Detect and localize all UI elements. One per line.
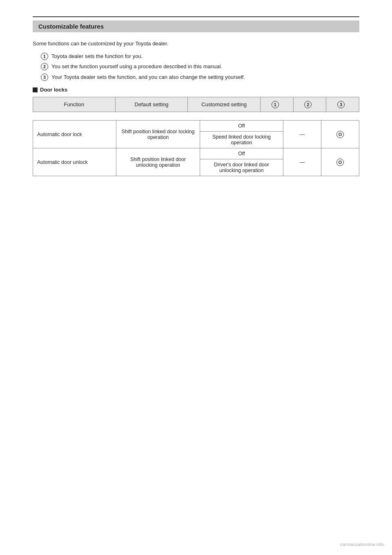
black-square-icon xyxy=(33,87,38,92)
circle-3: 3 xyxy=(41,74,48,81)
header-circle-3: 3 xyxy=(337,101,345,108)
circle-2: 2 xyxy=(41,63,48,70)
page-container: Customizable features Some functions can… xyxy=(0,0,392,555)
opt-speed-lock: Speed linked door locking operation xyxy=(200,132,283,148)
list-item-3-text: Your Toyota dealer sets the function, an… xyxy=(51,73,245,81)
sub-heading: Door locks xyxy=(33,87,359,93)
intro-text: Some functions can be customized by your… xyxy=(33,40,359,48)
opt-off-lock: Off xyxy=(200,121,283,132)
circle-o-auto-unlock: O xyxy=(336,159,344,166)
table-row: Automatic door lock Shift position linke… xyxy=(33,121,359,132)
dash-auto-lock: — xyxy=(283,121,321,148)
circle-1: 1 xyxy=(41,53,48,60)
circle-auto-lock: O xyxy=(321,121,359,148)
numbered-list: 1 Toyota dealer sets the function for yo… xyxy=(41,52,359,81)
col-function: Function xyxy=(33,97,116,112)
list-item-3: 3 Your Toyota dealer sets the function, … xyxy=(41,73,359,81)
top-rule xyxy=(33,16,359,17)
col-default: Default setting xyxy=(115,97,188,112)
default-auto-lock: Shift position linked door locking opera… xyxy=(116,121,200,148)
section-header: Customizable features xyxy=(33,20,359,32)
opt-off-unlock: Off xyxy=(200,148,283,159)
list-item-1: 1 Toyota dealer sets the function for yo… xyxy=(41,52,359,60)
function-auto-unlock: Automatic door unlock xyxy=(33,148,116,176)
col-num1: 1 xyxy=(260,97,293,112)
header-circle-1: 1 xyxy=(272,101,279,108)
col-num2: 2 xyxy=(293,97,326,112)
list-item-2-text: You set the function yourself using a pr… xyxy=(51,63,222,71)
sub-heading-text: Door locks xyxy=(40,87,67,93)
data-table: Automatic door lock Shift position linke… xyxy=(33,120,359,176)
header-table: Function Default setting Customized sett… xyxy=(33,97,359,112)
function-auto-lock: Automatic door lock xyxy=(33,121,116,148)
list-item-1-text: Toyota dealer sets the function for you. xyxy=(51,52,143,60)
watermark: carmanualsonline.info xyxy=(340,542,384,547)
opt-driver-unlock: Driver's door linked door unlocking oper… xyxy=(200,159,283,176)
circle-auto-unlock: O xyxy=(321,148,359,176)
default-auto-unlock: Shift position linked door unlocking ope… xyxy=(116,148,200,176)
circle-o-auto-lock: O xyxy=(336,131,344,138)
col-num3: 3 xyxy=(326,97,359,112)
col-customized: Customized setting xyxy=(188,97,261,112)
dash-auto-unlock: — xyxy=(283,148,321,176)
header-circle-2: 2 xyxy=(304,101,312,108)
list-item-2: 2 You set the function yourself using a … xyxy=(41,63,359,71)
table-row: Automatic door unlock Shift position lin… xyxy=(33,148,359,159)
